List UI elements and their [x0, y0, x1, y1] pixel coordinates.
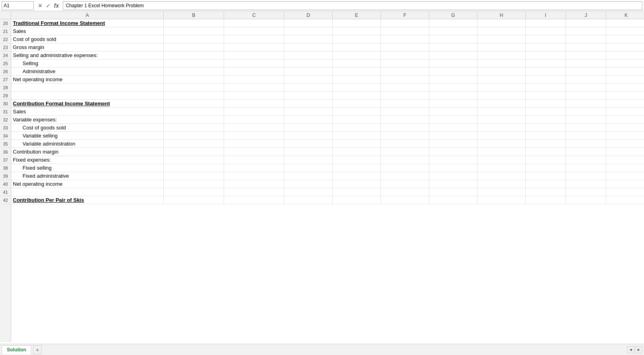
cell-i-41[interactable] — [526, 188, 566, 196]
cell-h-21[interactable] — [477, 27, 526, 35]
cell-d-21[interactable] — [284, 27, 333, 35]
cell-f-28[interactable] — [381, 84, 429, 91]
cell-c-30[interactable] — [224, 100, 284, 107]
formula-cancel-icon[interactable]: ✕ — [38, 2, 43, 9]
col-header-j[interactable]: J — [566, 11, 606, 19]
cell-j-29[interactable] — [566, 92, 606, 99]
cell-e-25[interactable] — [333, 60, 381, 67]
cell-g-38[interactable] — [429, 164, 477, 172]
cell-d-25[interactable] — [284, 60, 333, 67]
cell-c-21[interactable] — [224, 27, 284, 35]
cell-h-24[interactable] — [477, 51, 526, 59]
cell-j-37[interactable] — [566, 156, 606, 164]
cell-b-42[interactable] — [164, 196, 224, 204]
cell-e-39[interactable] — [333, 172, 381, 180]
cell-k-35[interactable] — [606, 140, 644, 148]
cell-e-29[interactable] — [333, 92, 381, 99]
cell-d-33[interactable] — [284, 124, 333, 131]
cell-i-29[interactable] — [526, 92, 566, 99]
cell-k-30[interactable] — [606, 100, 644, 107]
cell-f-32[interactable] — [381, 116, 429, 123]
cell-d-27[interactable] — [284, 76, 333, 83]
cell-e-37[interactable] — [333, 156, 381, 164]
cell-i-38[interactable] — [526, 164, 566, 172]
cell-h-34[interactable] — [477, 132, 526, 140]
cell-h-30[interactable] — [477, 100, 526, 107]
cell-b-35[interactable] — [164, 140, 224, 148]
cell-b-20[interactable] — [164, 19, 224, 27]
cell-e-42[interactable] — [333, 196, 381, 204]
cell-e-36[interactable] — [333, 148, 381, 156]
col-header-e[interactable]: E — [333, 11, 381, 19]
cell-b-23[interactable] — [164, 43, 224, 51]
cell-e-41[interactable] — [333, 188, 381, 196]
cell-j-22[interactable] — [566, 35, 606, 43]
cell-a-20[interactable]: Traditional Format Income Statement — [11, 19, 164, 27]
cell-b-25[interactable] — [164, 60, 224, 67]
cell-h-40[interactable] — [477, 180, 526, 188]
cell-j-31[interactable] — [566, 108, 606, 115]
cell-e-33[interactable] — [333, 124, 381, 131]
cell-g-29[interactable] — [429, 92, 477, 99]
formula-confirm-icon[interactable]: ✓ — [46, 2, 51, 9]
cell-c-24[interactable] — [224, 51, 284, 59]
cell-c-32[interactable] — [224, 116, 284, 123]
cell-j-40[interactable] — [566, 180, 606, 188]
cell-h-42[interactable] — [477, 196, 526, 204]
cell-c-31[interactable] — [224, 108, 284, 115]
cell-a-28[interactable] — [11, 84, 164, 91]
cell-g-26[interactable] — [429, 68, 477, 75]
cell-a-36[interactable]: Contribution margin — [11, 148, 164, 156]
cell-k-20[interactable] — [606, 19, 644, 27]
cell-a-30[interactable]: Contribution Format Income Statement — [11, 100, 164, 107]
cell-a-40[interactable]: Net operating income — [11, 180, 164, 188]
cell-c-42[interactable] — [224, 196, 284, 204]
cell-i-37[interactable] — [526, 156, 566, 164]
cell-b-29[interactable] — [164, 92, 224, 99]
cell-d-38[interactable] — [284, 164, 333, 172]
cell-k-23[interactable] — [606, 43, 644, 51]
cell-h-37[interactable] — [477, 156, 526, 164]
cell-k-36[interactable] — [606, 148, 644, 156]
col-header-b[interactable]: B — [164, 11, 224, 19]
cell-d-26[interactable] — [284, 68, 333, 75]
cell-j-39[interactable] — [566, 172, 606, 180]
col-header-f[interactable]: F — [381, 11, 429, 19]
col-header-g[interactable]: G — [429, 11, 477, 19]
cell-h-32[interactable] — [477, 116, 526, 123]
cell-k-33[interactable] — [606, 124, 644, 131]
cell-h-33[interactable] — [477, 124, 526, 131]
cell-g-35[interactable] — [429, 140, 477, 148]
cell-f-25[interactable] — [381, 60, 429, 67]
cell-f-36[interactable] — [381, 148, 429, 156]
cell-h-39[interactable] — [477, 172, 526, 180]
cell-g-21[interactable] — [429, 27, 477, 35]
cell-i-31[interactable] — [526, 108, 566, 115]
cell-a-39[interactable]: Fixed administrative — [11, 172, 164, 180]
cell-k-41[interactable] — [606, 188, 644, 196]
cell-f-20[interactable] — [381, 19, 429, 27]
cell-c-26[interactable] — [224, 68, 284, 75]
cell-d-36[interactable] — [284, 148, 333, 156]
cell-k-27[interactable] — [606, 76, 644, 83]
cell-e-35[interactable] — [333, 140, 381, 148]
cell-i-40[interactable] — [526, 180, 566, 188]
cell-j-24[interactable] — [566, 51, 606, 59]
cell-k-31[interactable] — [606, 108, 644, 115]
cell-f-24[interactable] — [381, 51, 429, 59]
cell-b-24[interactable] — [164, 51, 224, 59]
cell-g-25[interactable] — [429, 60, 477, 67]
cell-k-39[interactable] — [606, 172, 644, 180]
cell-b-28[interactable] — [164, 84, 224, 91]
formula-fx-icon[interactable]: fx — [54, 2, 59, 9]
cell-h-25[interactable] — [477, 60, 526, 67]
cell-k-21[interactable] — [606, 27, 644, 35]
cell-h-29[interactable] — [477, 92, 526, 99]
cell-k-29[interactable] — [606, 92, 644, 99]
cell-d-24[interactable] — [284, 51, 333, 59]
cell-j-42[interactable] — [566, 196, 606, 204]
cell-e-38[interactable] — [333, 164, 381, 172]
cell-d-40[interactable] — [284, 180, 333, 188]
cell-g-34[interactable] — [429, 132, 477, 140]
cell-b-27[interactable] — [164, 76, 224, 83]
